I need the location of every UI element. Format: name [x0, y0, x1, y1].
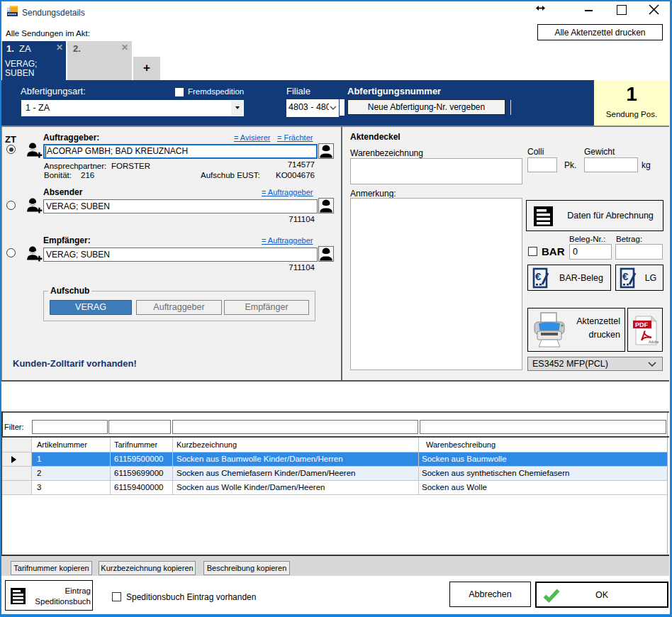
- svg-text:Adobe: Adobe: [649, 340, 659, 344]
- svg-text:€: €: [622, 270, 629, 282]
- svg-text:€: €: [535, 270, 542, 282]
- svg-text:PDF: PDF: [635, 321, 649, 328]
